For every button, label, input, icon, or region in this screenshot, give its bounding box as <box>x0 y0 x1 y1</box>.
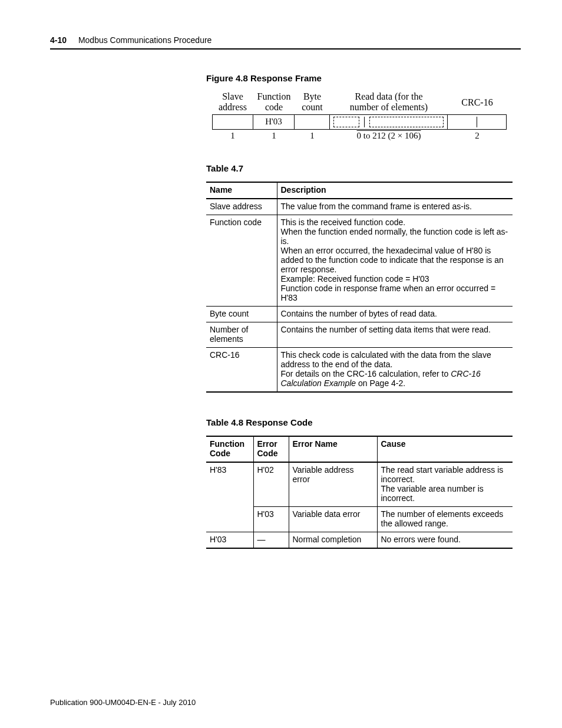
frame-cell-data <box>330 114 448 130</box>
table-row: H'03 Variable data error The number of e… <box>206 506 513 532</box>
frame-col-func-label: Function code <box>253 91 295 113</box>
frame-cell-byte <box>295 114 330 130</box>
header-rule <box>50 48 521 50</box>
table48-head-c2: Error Code <box>253 436 289 462</box>
table47-caption: Table 4.7 <box>206 163 513 173</box>
table-row: Function code This is the received funct… <box>206 215 513 306</box>
table47-desc: Contains the number of setting data item… <box>277 322 513 347</box>
table48-c4: The number of elements exceeds the allow… <box>377 506 513 532</box>
table-row: H'03 — Normal completion No errors were … <box>206 532 513 548</box>
table48-head-c1: Function Code <box>206 436 253 462</box>
table48-caption: Table 4.8 Response Code <box>206 417 513 427</box>
table47-name: Byte count <box>206 306 277 322</box>
main-content: Figure 4.8 Response Frame Slave address … <box>206 73 513 549</box>
frame-bytecount-row: 1 1 1 0 to 212 (2 × 106) 2 <box>212 131 513 141</box>
table47-name: Function code <box>206 215 277 306</box>
table48-c4: The read start variable address is incor… <box>377 462 513 507</box>
running-header: 4-10 Modbus Communications Procedure <box>50 35 521 45</box>
table48-c1: H'83 <box>206 462 253 507</box>
document-page: 4-10 Modbus Communications Procedure Fig… <box>0 0 562 728</box>
frame-bytes-slave: 1 <box>212 131 253 141</box>
frame-bytes-crc: 2 <box>448 131 507 141</box>
table48-c2: — <box>253 532 289 548</box>
crc-separator <box>477 117 477 127</box>
table47-name: CRC-16 <box>206 347 277 392</box>
data-element-box <box>369 117 444 127</box>
table47-name: Number of elements <box>206 322 277 347</box>
table47-name: Slave address <box>206 199 277 215</box>
frame-value-row: H'03 <box>212 114 513 130</box>
table48-head-c3: Error Name <box>289 436 377 462</box>
frame-cell-crc <box>448 114 507 130</box>
table-row: H'83 H'02 Variable address error The rea… <box>206 462 513 507</box>
table47-desc: This is the received function code. When… <box>277 215 513 306</box>
table-row: Byte count Contains the number of bytes … <box>206 306 513 322</box>
table48-c2: H'02 <box>253 462 289 507</box>
frame-col-slave-label: Slave address <box>212 91 253 113</box>
frame-col-crc-label: CRC-16 <box>448 97 507 113</box>
data-separator <box>364 117 365 127</box>
table48: Function Code Error Code Error Name Caus… <box>206 436 513 549</box>
table48-c2: H'03 <box>253 506 289 532</box>
table48-c3: Normal completion <box>289 532 377 548</box>
table-row: CRC-16 This check code is calculated wit… <box>206 347 513 392</box>
table47-desc: The value from the command frame is ente… <box>277 199 513 215</box>
frame-bytes-func: 1 <box>253 131 295 141</box>
table47-desc: Contains the number of bytes of read dat… <box>277 306 513 322</box>
page-number: 4-10 <box>50 35 67 45</box>
response-frame-diagram: Slave address Function code Byte count R… <box>212 91 513 141</box>
table47-head-desc: Description <box>277 182 513 199</box>
data-element-box <box>333 117 359 127</box>
table47-head-row: Name Description <box>206 182 513 199</box>
table48-c1: H'03 <box>206 532 253 548</box>
table47-head-name: Name <box>206 182 277 199</box>
publication-footer: Publication 900-UM004D-EN-E - July 2010 <box>50 698 196 707</box>
table48-c3: Variable address error <box>289 462 377 507</box>
section-title: Modbus Communications Procedure <box>78 35 211 45</box>
spacer <box>206 393 513 417</box>
frame-header-row: Slave address Function code Byte count R… <box>212 91 513 113</box>
table48-c1 <box>206 506 253 532</box>
table-row: Slave address The value from the command… <box>206 199 513 215</box>
frame-cell-slave <box>212 114 253 130</box>
frame-bytes-data: 0 to 212 (2 × 106) <box>330 131 448 141</box>
table48-head-c4: Cause <box>377 436 513 462</box>
table47-desc: This check code is calculated with the d… <box>277 347 513 392</box>
frame-col-byte-label: Byte count <box>295 91 330 113</box>
frame-bytes-byte: 1 <box>295 131 330 141</box>
figure-caption: Figure 4.8 Response Frame <box>206 73 513 83</box>
table47: Name Description Slave address The value… <box>206 182 513 393</box>
frame-col-data-label: Read data (for the number of elements) <box>330 91 448 113</box>
table48-c4: No errors were found. <box>377 532 513 548</box>
table48-c3: Variable data error <box>289 506 377 532</box>
table48-head-row: Function Code Error Code Error Name Caus… <box>206 436 513 462</box>
frame-cell-func: H'03 <box>253 114 295 130</box>
table-row: Number of elements Contains the number o… <box>206 322 513 347</box>
